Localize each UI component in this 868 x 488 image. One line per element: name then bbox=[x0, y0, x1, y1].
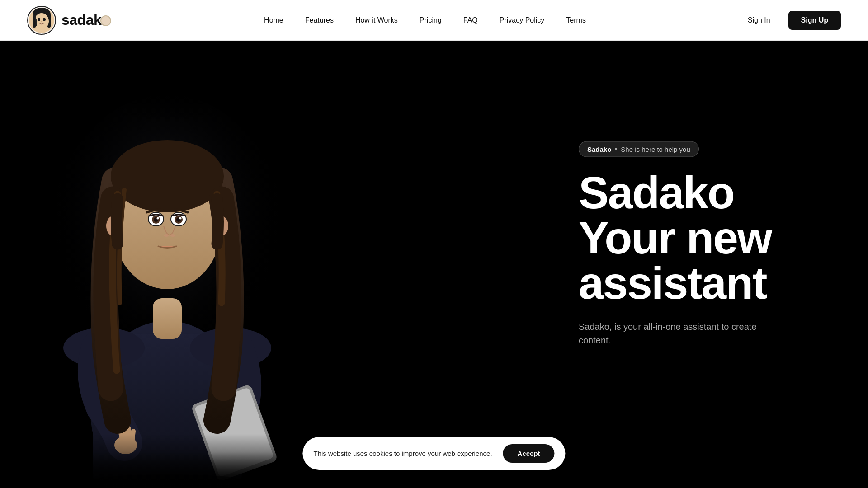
svg-line-19 bbox=[129, 428, 129, 437]
main-nav: Home Features How it Works Pricing FAQ P… bbox=[264, 16, 586, 24]
hero-title: Sadako Your new assistant bbox=[579, 170, 778, 305]
svg-rect-40 bbox=[27, 452, 307, 488]
nav-how-it-works[interactable]: How it Works bbox=[355, 16, 398, 24]
svg-point-6 bbox=[43, 18, 46, 21]
hero-title-line1: Sadako bbox=[579, 167, 734, 218]
signup-button[interactable]: Sign Up bbox=[788, 11, 841, 30]
badge-tagline: She is here to help you bbox=[621, 145, 690, 153]
nav-features[interactable]: Features bbox=[305, 16, 334, 24]
svg-point-24 bbox=[111, 140, 224, 212]
svg-point-36 bbox=[170, 234, 175, 237]
accept-cookies-button[interactable]: Accept bbox=[503, 444, 555, 463]
logo-o-decoration bbox=[100, 15, 111, 26]
svg-line-20 bbox=[132, 431, 133, 439]
logo-link[interactable]: sadak bbox=[27, 6, 111, 35]
nav-home[interactable]: Home bbox=[264, 16, 283, 24]
svg-rect-13 bbox=[153, 298, 182, 339]
auth-buttons: Sign In Sign Up bbox=[739, 11, 841, 30]
site-header: sadak Home Features How it Works Pricing… bbox=[0, 0, 868, 41]
hero-content: Sadako She is here to help you Sadako Yo… bbox=[579, 141, 778, 347]
hero-subtitle: Sadako, is your all-in-one assistant to … bbox=[579, 320, 778, 347]
svg-point-7 bbox=[39, 19, 40, 19]
hero-title-line2: Your new bbox=[579, 212, 772, 263]
badge-dot bbox=[615, 148, 617, 150]
cookie-message: This website uses cookies to improve you… bbox=[313, 450, 492, 457]
svg-point-8 bbox=[44, 19, 45, 19]
hero-section: Sadako She is here to help you Sadako Yo… bbox=[0, 0, 868, 488]
svg-point-33 bbox=[157, 217, 159, 220]
nav-privacy-policy[interactable]: Privacy Policy bbox=[500, 16, 545, 24]
nav-pricing[interactable]: Pricing bbox=[420, 16, 442, 24]
logo-icon bbox=[27, 6, 56, 35]
signin-button[interactable]: Sign In bbox=[739, 12, 779, 29]
nav-terms[interactable]: Terms bbox=[566, 16, 586, 24]
svg-point-34 bbox=[179, 217, 182, 220]
svg-point-35 bbox=[164, 234, 169, 237]
character-illustration bbox=[27, 81, 307, 488]
nav-faq[interactable]: FAQ bbox=[463, 16, 478, 24]
cookie-banner: This website uses cookies to improve you… bbox=[302, 437, 565, 470]
hero-title-line3: assistant bbox=[579, 258, 767, 308]
logo-text: sadak bbox=[61, 12, 111, 28]
svg-rect-41 bbox=[27, 81, 307, 127]
svg-point-9 bbox=[41, 21, 42, 22]
hero-badge: Sadako She is here to help you bbox=[579, 141, 699, 157]
svg-point-5 bbox=[38, 18, 40, 21]
badge-name-label: Sadako bbox=[587, 145, 611, 153]
